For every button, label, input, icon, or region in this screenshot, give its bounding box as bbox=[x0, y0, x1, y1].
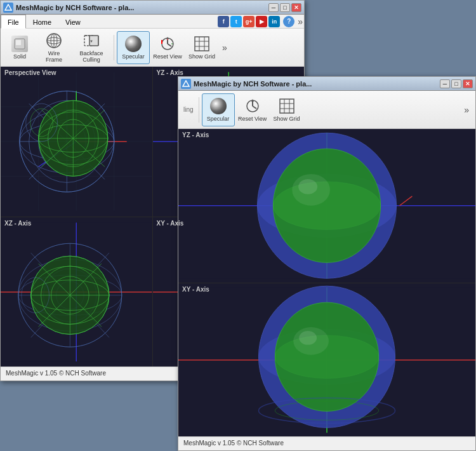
minimize-button[interactable]: ─ bbox=[268, 3, 279, 12]
specular-sphere-2 bbox=[210, 98, 227, 114]
specular-label-2: Specular bbox=[207, 116, 230, 123]
viewport-yz-label: YZ - Axis bbox=[157, 69, 183, 76]
showgrid-icon bbox=[193, 35, 211, 53]
svg-marker-0 bbox=[5, 4, 11, 10]
window-controls-2: ─ □ ✕ bbox=[440, 79, 473, 88]
svg-text:▼: ▼ bbox=[89, 39, 93, 43]
svg-line-142 bbox=[253, 106, 256, 109]
resetview-label: Reset View bbox=[153, 54, 182, 60]
title-bar: MeshMagic by NCH Software - pla... ─ □ ✕ bbox=[1, 1, 304, 15]
toolbar-overflow[interactable]: » bbox=[221, 43, 228, 53]
app-icon-2 bbox=[181, 79, 191, 89]
view-toolbar-2: ling Specular Reset View bbox=[178, 91, 475, 129]
wireframe-label: Wire Frame bbox=[39, 51, 69, 64]
twitter-icon[interactable]: t bbox=[230, 16, 242, 27]
toolbar-sep-2 bbox=[199, 97, 199, 123]
resetview-icon-2 bbox=[244, 97, 261, 115]
resetview-button[interactable]: Reset View bbox=[151, 31, 184, 64]
showgrid-label-2: Show Grid bbox=[274, 116, 300, 123]
solid-label: Solid bbox=[13, 54, 26, 60]
backface-button[interactable]: ▼ Backface Culling bbox=[72, 31, 111, 64]
backface-icon: ▼ bbox=[83, 32, 100, 50]
menu-home[interactable]: Home bbox=[26, 15, 58, 29]
viewport-xy-label: XY - Axis bbox=[157, 220, 184, 227]
toolbar-separator-1 bbox=[114, 35, 114, 60]
window-title-2: MeshMagic by NCH Software - pla... bbox=[194, 80, 440, 88]
secondary-window[interactable]: MeshMagic by NCH Software - pla... ─ □ ✕… bbox=[178, 76, 476, 451]
status-text-2: MeshMagic v 1.05 © NCH Software bbox=[183, 440, 284, 447]
solid-button[interactable]: Solid bbox=[3, 31, 36, 64]
app-icon bbox=[3, 3, 13, 13]
showgrid-button-2[interactable]: Show Grid bbox=[270, 93, 303, 126]
svg-rect-22 bbox=[195, 37, 209, 51]
viewport-area-2: YZ - Axis XY - Axis bbox=[178, 129, 475, 436]
linkedin-icon[interactable]: in bbox=[268, 16, 280, 27]
close-button-2[interactable]: ✕ bbox=[463, 79, 473, 88]
menu-bar: File Home View f t g+ ▶ in ? » bbox=[1, 15, 304, 29]
menu-file[interactable]: File bbox=[1, 15, 26, 29]
svg-rect-144 bbox=[280, 99, 294, 113]
menu-view[interactable]: View bbox=[58, 15, 88, 29]
social-icons: f t g+ ▶ in bbox=[218, 16, 280, 27]
status-bar-2: MeshMagic v 1.05 © NCH Software bbox=[178, 436, 475, 449]
googleplus-icon[interactable]: g+ bbox=[243, 16, 255, 27]
facebook-icon[interactable]: f bbox=[218, 16, 229, 27]
toolbar-right: f t g+ ▶ in ? » bbox=[215, 16, 304, 27]
backface-label: Backface Culling bbox=[74, 51, 109, 64]
resetview-icon bbox=[159, 35, 176, 53]
solid-icon bbox=[11, 35, 29, 53]
maximize-button-2[interactable]: □ bbox=[451, 79, 461, 88]
viewport-yz-label-2: YZ - Axis bbox=[182, 131, 209, 138]
specular-button-2[interactable]: Specular bbox=[202, 93, 235, 126]
specular-button[interactable]: Specular bbox=[117, 31, 150, 64]
svg-line-15 bbox=[168, 44, 171, 46]
viewport-xy-label-2: XY - Axis bbox=[182, 286, 209, 293]
showgrid-button[interactable]: Show Grid bbox=[185, 31, 218, 64]
specular-sphere bbox=[125, 36, 142, 52]
wireframe-button[interactable]: Wire Frame bbox=[37, 31, 70, 64]
viewport-perspective[interactable]: Perspective View bbox=[1, 67, 152, 217]
window-controls: ─ □ ✕ bbox=[268, 3, 301, 12]
specular-icon bbox=[124, 35, 142, 53]
showgrid-icon-2 bbox=[278, 97, 296, 115]
viewport-xz-label: XZ - Axis bbox=[4, 220, 31, 227]
toolbar-overflow-2[interactable]: » bbox=[463, 105, 470, 115]
resetview-label-2: Reset View bbox=[238, 116, 267, 123]
viewport-yz-2[interactable]: YZ - Axis bbox=[178, 129, 475, 283]
showgrid-label: Show Grid bbox=[188, 54, 215, 60]
svg-point-158 bbox=[298, 179, 317, 194]
maximize-button[interactable]: □ bbox=[280, 3, 290, 12]
close-button[interactable]: ✕ bbox=[291, 3, 301, 12]
wireframe-icon bbox=[45, 32, 63, 50]
svg-marker-139 bbox=[183, 81, 189, 86]
title-bar-2: MeshMagic by NCH Software - pla... ─ □ ✕ bbox=[178, 77, 475, 91]
minimize-button-2[interactable]: ─ bbox=[440, 79, 450, 88]
status-text: MeshMagic v 1.05 © NCH Software bbox=[6, 370, 106, 377]
viewport-perspective-label: Perspective View bbox=[4, 69, 56, 76]
resetview-button-2[interactable]: Reset View bbox=[236, 93, 269, 126]
viewport-xz[interactable]: XZ - Axis bbox=[1, 217, 152, 367]
toolbar-truncated: ling bbox=[181, 106, 196, 113]
svg-rect-2 bbox=[16, 40, 21, 45]
youtube-icon[interactable]: ▶ bbox=[256, 16, 267, 27]
specular-icon-2 bbox=[209, 97, 227, 115]
more-button[interactable]: » bbox=[296, 17, 304, 27]
view-toolbar: Solid Wire Frame bbox=[1, 29, 304, 67]
viewport-xy-2[interactable]: XY - Axis bbox=[178, 283, 475, 437]
solid-shape bbox=[11, 36, 28, 52]
specular-label: Specular bbox=[122, 54, 145, 60]
svg-point-169 bbox=[299, 330, 317, 344]
help-button[interactable]: ? bbox=[283, 16, 294, 27]
window-title: MeshMagic by NCH Software - pla... bbox=[16, 4, 268, 11]
